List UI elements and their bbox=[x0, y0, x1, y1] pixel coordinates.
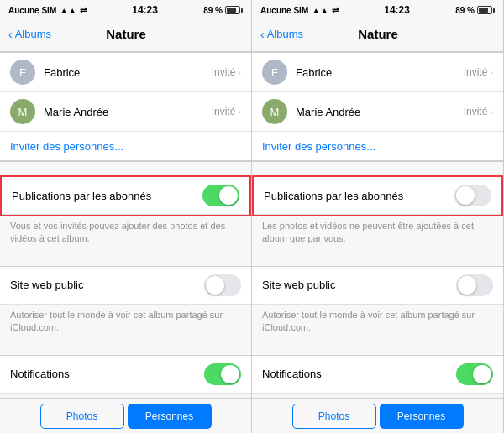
back-button[interactable]: ‹ Albums bbox=[260, 28, 303, 41]
tab-bar: PhotosPersonnes bbox=[252, 398, 503, 433]
carrier-label: Aucune SIM bbox=[260, 6, 308, 15]
person-status: Invité bbox=[464, 106, 488, 117]
invite-row[interactable]: Inviter des personnes... bbox=[0, 132, 251, 161]
person-name: Fabrice bbox=[296, 66, 464, 79]
toggle-row-2: Notifications bbox=[0, 356, 251, 394]
status-right: 89 % bbox=[455, 6, 495, 15]
toggle-section-1: Site web public bbox=[252, 266, 503, 305]
person-row[interactable]: M Marie Andrée Invité › bbox=[252, 92, 503, 132]
invite-link[interactable]: Inviter des personnes... bbox=[10, 140, 123, 153]
toggle-description-1: Autoriser tout le monde à voir cet album… bbox=[0, 305, 251, 342]
chevron-left-icon: ‹ bbox=[260, 28, 265, 41]
status-right: 89 % bbox=[203, 6, 243, 15]
person-row[interactable]: F Fabrice Invité › bbox=[0, 53, 251, 92]
signal-icon: ▲▲ bbox=[312, 6, 328, 15]
toggle-knob-0 bbox=[456, 186, 475, 205]
battery-icon bbox=[225, 6, 243, 14]
tab-photos[interactable]: Photos bbox=[292, 404, 376, 429]
toggle-knob-1 bbox=[458, 276, 476, 295]
avatar: M bbox=[10, 99, 35, 124]
toggle-description-0: Les photos et vidéos ne peuvent être ajo… bbox=[252, 216, 503, 253]
tab-photos[interactable]: Photos bbox=[40, 404, 124, 429]
toggle-row-0: Publications par les abonnés bbox=[2, 177, 249, 215]
person-name: Marie Andrée bbox=[44, 106, 212, 118]
time-label: 14:23 bbox=[384, 4, 410, 16]
back-label: Albums bbox=[15, 28, 51, 40]
tab-personnes[interactable]: Personnes bbox=[380, 404, 464, 429]
toggle-row-1: Site web public bbox=[0, 267, 251, 305]
toggle-switch-2[interactable] bbox=[456, 363, 493, 385]
toggle-row-2: Notifications bbox=[252, 356, 503, 394]
person-name: Marie Andrée bbox=[296, 106, 464, 118]
carrier-label: Aucune SIM bbox=[8, 6, 56, 15]
phone-panel-panel-off: Aucune SIM ▲▲ ⇌ 14:23 89 % ‹ Albums Natu… bbox=[252, 0, 504, 433]
toggle-description-0: Vous et vos invités pouvez ajouter des p… bbox=[0, 216, 251, 253]
person-row[interactable]: M Marie Andrée Invité › bbox=[0, 92, 251, 132]
content-area: F Fabrice Invité › M Marie Andrée Invité… bbox=[252, 52, 503, 398]
persons-section: F Fabrice Invité › M Marie Andrée Invité… bbox=[0, 52, 251, 162]
time-label: 14:23 bbox=[132, 4, 158, 16]
back-label: Albums bbox=[267, 28, 303, 40]
battery-icon bbox=[477, 6, 495, 14]
chevron-right-icon: › bbox=[238, 67, 241, 77]
toggle-knob-1 bbox=[206, 276, 224, 295]
toggle-label-2: Notifications bbox=[262, 368, 456, 380]
nav-bar: ‹ Albums Nature bbox=[0, 18, 251, 52]
toggle-section-0: Publications par les abonnés bbox=[252, 175, 503, 216]
avatar: M bbox=[262, 99, 287, 124]
person-name: Fabrice bbox=[44, 66, 212, 79]
toggle-section-2: Notifications bbox=[0, 355, 251, 394]
toggle-switch-2[interactable] bbox=[204, 363, 241, 385]
chevron-right-icon: › bbox=[490, 67, 493, 77]
signal-icon: ▲▲ bbox=[60, 6, 76, 15]
battery-label: 89 % bbox=[203, 6, 223, 15]
toggle-knob-2 bbox=[473, 365, 491, 383]
toggle-section-2: Notifications bbox=[252, 355, 503, 394]
avatar: F bbox=[262, 60, 287, 85]
toggle-switch-0[interactable] bbox=[454, 185, 491, 206]
back-button[interactable]: ‹ Albums bbox=[8, 28, 51, 41]
toggle-knob-2 bbox=[221, 365, 239, 383]
battery-label: 89 % bbox=[455, 6, 475, 15]
toggle-switch-1[interactable] bbox=[204, 274, 241, 296]
toggle-section-0: Publications par les abonnés bbox=[0, 175, 251, 216]
nav-title: Nature bbox=[358, 27, 398, 41]
nav-title: Nature bbox=[106, 27, 146, 41]
toggle-row-1: Site web public bbox=[252, 267, 503, 305]
toggle-label-0: Publications par les abonnés bbox=[264, 190, 454, 202]
person-row[interactable]: F Fabrice Invité › bbox=[252, 53, 503, 92]
status-left: Aucune SIM ▲▲ ⇌ bbox=[260, 6, 339, 15]
toggle-row-0: Publications par les abonnés bbox=[254, 177, 501, 215]
invite-row[interactable]: Inviter des personnes... bbox=[252, 132, 503, 161]
chevron-right-icon: › bbox=[238, 107, 241, 117]
status-left: Aucune SIM ▲▲ ⇌ bbox=[8, 6, 87, 15]
chevron-right-icon: › bbox=[490, 107, 493, 117]
toggle-label-2: Notifications bbox=[10, 368, 204, 380]
person-status: Invité bbox=[212, 66, 236, 78]
status-bar: Aucune SIM ▲▲ ⇌ 14:23 89 % bbox=[252, 0, 503, 18]
toggle-switch-1[interactable] bbox=[456, 274, 493, 296]
tab-personnes[interactable]: Personnes bbox=[128, 404, 212, 429]
wifi-icon: ⇌ bbox=[332, 6, 339, 15]
avatar: F bbox=[10, 60, 35, 85]
toggle-switch-0[interactable] bbox=[202, 185, 239, 206]
toggle-label-1: Site web public bbox=[262, 279, 456, 291]
chevron-left-icon: ‹ bbox=[8, 28, 13, 41]
toggle-knob-0 bbox=[219, 186, 238, 205]
person-status: Invité bbox=[212, 106, 236, 117]
toggle-description-1: Autoriser tout le monde à voir cet album… bbox=[252, 305, 503, 342]
toggle-label-0: Publications par les abonnés bbox=[12, 190, 202, 202]
toggle-section-1: Site web public bbox=[0, 266, 251, 305]
invite-link[interactable]: Inviter des personnes... bbox=[262, 140, 375, 153]
nav-bar: ‹ Albums Nature bbox=[252, 18, 503, 52]
persons-section: F Fabrice Invité › M Marie Andrée Invité… bbox=[252, 52, 503, 162]
phone-panel-panel-on: Aucune SIM ▲▲ ⇌ 14:23 89 % ‹ Albums Natu… bbox=[0, 0, 252, 433]
tab-bar: PhotosPersonnes bbox=[0, 398, 251, 433]
content-area: F Fabrice Invité › M Marie Andrée Invité… bbox=[0, 52, 251, 398]
wifi-icon: ⇌ bbox=[80, 6, 87, 15]
status-bar: Aucune SIM ▲▲ ⇌ 14:23 89 % bbox=[0, 0, 251, 18]
toggle-label-1: Site web public bbox=[10, 279, 204, 291]
person-status: Invité bbox=[464, 66, 488, 78]
